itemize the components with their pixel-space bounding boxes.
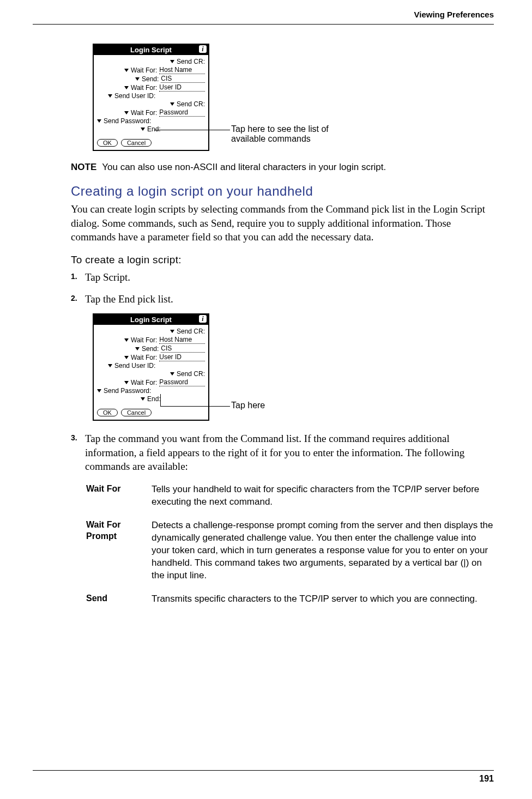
row-value[interactable]: CIS <box>161 75 205 83</box>
command-desc: Tells your handheld to wait for specific… <box>152 483 494 509</box>
row-label: Send: <box>142 345 159 353</box>
step-item: 3. Tap the command you want from the Com… <box>71 432 494 474</box>
script-row[interactable]: Send CR: <box>97 58 205 65</box>
script-row[interactable]: Send CR: <box>97 100 205 108</box>
row-value[interactable]: Host Name <box>159 66 205 74</box>
figure-login-script-2: Login Script i Send CR: Wait For:Host Na… <box>93 313 494 421</box>
dropdown-icon <box>170 60 174 63</box>
script-row[interactable]: Send User ID: <box>97 362 205 370</box>
row-label: Send CR: <box>177 370 205 378</box>
dropdown-icon <box>124 69 129 72</box>
row-label: Send Password: <box>104 117 151 125</box>
script-row[interactable]: Wait For:User ID <box>97 353 205 361</box>
row-value[interactable]: Host Name <box>159 336 205 344</box>
page-number: 191 <box>479 774 494 784</box>
row-label: Send CR: <box>177 328 205 335</box>
dropdown-icon <box>124 111 129 114</box>
step-text: Tap the command you want from the Comman… <box>85 432 494 474</box>
dropdown-icon <box>141 397 145 401</box>
command-row: Send Transmits specific characters to th… <box>86 593 494 606</box>
footer-rule <box>33 770 494 771</box>
command-name: Send <box>86 593 152 606</box>
step-number: 2. <box>71 292 85 306</box>
callout-line <box>160 406 230 407</box>
dropdown-icon <box>170 372 174 376</box>
script-row-end[interactable]: End: <box>97 395 205 403</box>
row-label: Send User ID: <box>114 92 155 100</box>
procedure-heading: To create a login script: <box>71 254 494 266</box>
script-row-end[interactable]: End: <box>97 125 205 133</box>
row-value[interactable]: CIS <box>161 344 205 353</box>
dropdown-icon <box>124 86 129 89</box>
command-name: Wait For <box>86 483 152 509</box>
palm-dialog: Login Script i Send CR: Wait For:Host Na… <box>93 313 209 421</box>
section-heading: Creating a login script on your handheld <box>71 184 494 199</box>
command-desc: Detects a challenge-response prompt comi… <box>152 519 494 582</box>
dialog-titlebar: Login Script i <box>94 45 208 55</box>
script-row[interactable]: Wait For:User ID <box>97 83 205 92</box>
note-block: NOTEYou can also use non-ASCII and liter… <box>71 162 494 173</box>
page-header: Viewing Preferences <box>414 10 494 19</box>
command-desc: Transmits specific characters to the TCP… <box>152 593 494 606</box>
script-row[interactable]: Send Password: <box>97 117 205 125</box>
script-row[interactable]: Wait For:Password <box>97 378 205 386</box>
dialog-body: Send CR: Wait For:Host Name Send:CIS Wai… <box>94 325 208 407</box>
step-text: Tap the End pick list. <box>85 292 494 306</box>
row-label: Send Password: <box>104 387 151 395</box>
dialog-titlebar: Login Script i <box>94 314 208 325</box>
row-label: End: <box>147 395 161 403</box>
callout-line <box>155 130 230 130</box>
info-icon[interactable]: i <box>199 315 207 323</box>
row-label: Wait For: <box>131 336 157 344</box>
script-row[interactable]: Wait For:Password <box>97 108 205 117</box>
script-row[interactable]: Send Password: <box>97 387 205 395</box>
command-row: Wait For Tells your handheld to wait for… <box>86 483 494 509</box>
row-label: Wait For: <box>131 109 157 117</box>
step-number: 3. <box>71 432 85 474</box>
figure-login-script-1: Login Script i Send CR: Wait For:Host Na… <box>93 44 494 151</box>
dropdown-icon <box>108 364 112 367</box>
dropdown-icon <box>135 77 140 81</box>
command-table: Wait For Tells your handheld to wait for… <box>86 483 494 606</box>
section-body: You can create login scripts by selectin… <box>71 202 494 244</box>
script-row[interactable]: Send User ID: <box>97 92 205 100</box>
row-label: Send CR: <box>177 100 205 108</box>
dropdown-icon <box>124 381 129 384</box>
script-row[interactable]: Wait For:Host Name <box>97 336 205 344</box>
step-item: 1. Tap Script. <box>71 270 494 285</box>
cancel-button[interactable]: Cancel <box>121 139 152 147</box>
script-row[interactable]: Send:CIS <box>97 344 205 353</box>
callout-text: Tap here <box>231 401 265 410</box>
dropdown-icon <box>108 94 112 98</box>
row-value[interactable]: Password <box>159 108 205 117</box>
dropdown-icon <box>97 119 101 123</box>
dialog-title: Login Script <box>130 316 172 324</box>
step-item: 2. Tap the End pick list. <box>71 292 494 306</box>
step-number: 1. <box>71 270 85 285</box>
cancel-button[interactable]: Cancel <box>121 409 152 416</box>
callout-text: Tap here to see the list of available co… <box>231 124 351 144</box>
row-value[interactable]: User ID <box>159 353 205 361</box>
row-label: Wait For: <box>131 66 157 74</box>
command-row: Wait For Prompt Detects a challenge-resp… <box>86 519 494 582</box>
header-rule <box>33 24 494 25</box>
script-row[interactable]: Send CR: <box>97 328 205 335</box>
row-label: Wait For: <box>131 379 157 386</box>
script-row[interactable]: Wait For:Host Name <box>97 66 205 74</box>
row-value[interactable]: User ID <box>159 83 205 92</box>
note-text: You can also use non-ASCII and literal c… <box>102 162 386 172</box>
callout-line <box>160 394 161 406</box>
row-value[interactable]: Password <box>159 378 205 386</box>
note-label: NOTE <box>71 162 96 172</box>
ok-button[interactable]: OK <box>97 409 118 416</box>
dropdown-icon <box>170 330 174 333</box>
dropdown-icon <box>124 338 129 342</box>
row-label: Wait For: <box>131 84 157 92</box>
info-icon[interactable]: i <box>199 45 207 53</box>
script-row[interactable]: Send:CIS <box>97 75 205 83</box>
script-row[interactable]: Send CR: <box>97 370 205 378</box>
dropdown-icon <box>141 128 145 131</box>
row-label: Send: <box>142 75 159 83</box>
dropdown-icon <box>97 389 101 392</box>
ok-button[interactable]: OK <box>97 139 118 147</box>
